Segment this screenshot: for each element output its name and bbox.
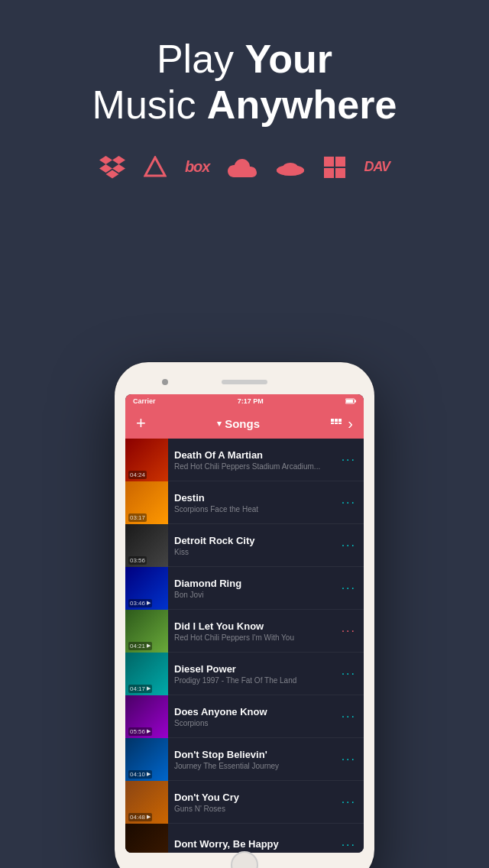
song-duration: 05:56 ▶ bbox=[128, 727, 152, 736]
song-more-button[interactable]: ··· bbox=[342, 838, 356, 852]
ufo-drive-icon[interactable] bbox=[275, 158, 306, 177]
song-thumb: 04:10 ▶ bbox=[125, 738, 168, 781]
svg-rect-16 bbox=[338, 423, 342, 424]
song-item[interactable]: 03:46 ▶ Diamond Ring Bon Jovi ··· bbox=[125, 567, 364, 610]
song-info: Death Of A Martian Red Hot Chili Peppers… bbox=[168, 449, 342, 471]
song-more-button[interactable]: ··· bbox=[342, 496, 356, 510]
svg-rect-13 bbox=[338, 419, 342, 422]
song-thumb-bg: 04:24 bbox=[125, 439, 168, 481]
song-thumb: 03:22 ▶ bbox=[125, 824, 168, 853]
phone-speaker bbox=[222, 380, 267, 384]
svg-rect-6 bbox=[324, 168, 334, 178]
song-info: Does Anyone Know Scorpions bbox=[168, 706, 342, 727]
nav-chevron[interactable]: ▾ bbox=[217, 419, 222, 429]
home-button[interactable] bbox=[231, 851, 258, 868]
svg-rect-15 bbox=[335, 423, 338, 424]
song-info: Destin Scorpions Face the Heat bbox=[168, 492, 342, 513]
song-more-button[interactable]: ··· bbox=[342, 753, 356, 766]
song-duration: 03:46 ▶ bbox=[128, 599, 152, 607]
song-title: Diesel Power bbox=[174, 663, 335, 675]
song-list: 04:24 Death Of A Martian Red Hot Chili P… bbox=[125, 439, 364, 853]
hero-line1-bold: Your bbox=[245, 37, 333, 81]
song-title: Destin bbox=[174, 492, 335, 504]
song-item[interactable]: 03:17 Destin Scorpions Face the Heat ··· bbox=[125, 481, 364, 524]
nav-bar: + ▾ Songs › bbox=[125, 408, 364, 439]
song-more-button[interactable]: ··· bbox=[342, 710, 356, 724]
song-thumb-bg: 04:48 ▶ bbox=[125, 781, 168, 824]
svg-rect-14 bbox=[331, 423, 334, 424]
dropbox-icon[interactable] bbox=[99, 156, 125, 179]
bars-icon[interactable] bbox=[331, 419, 343, 428]
song-thumb: 03:46 ▶ bbox=[125, 567, 168, 610]
song-title: Don't Stop Believin' bbox=[174, 749, 335, 760]
hero-line2-normal: Music bbox=[92, 83, 207, 127]
song-duration: 03:56 bbox=[128, 556, 147, 565]
svg-rect-12 bbox=[335, 419, 338, 422]
song-more-button[interactable]: ··· bbox=[342, 539, 356, 552]
song-duration: 03:17 bbox=[128, 513, 147, 522]
svg-rect-10 bbox=[346, 400, 353, 403]
phone-mockup: Carrier 7:17 PM + ▾ Songs › bbox=[115, 362, 374, 868]
song-item[interactable]: 03:56 Detroit Rock City Kiss ··· bbox=[125, 524, 364, 567]
song-item[interactable]: 05:56 ▶ Does Anyone Know Scorpions ··· bbox=[125, 695, 364, 738]
nav-title: ▾ Songs bbox=[217, 417, 260, 430]
song-thumb: 04:24 bbox=[125, 439, 168, 481]
song-artist: Scorpions bbox=[174, 719, 335, 727]
hero-line2-bold: Anywhere bbox=[207, 83, 397, 127]
song-item[interactable]: 04:10 ▶ Don't Stop Believin' Journey The… bbox=[125, 738, 364, 781]
song-duration: 04:21 ▶ bbox=[128, 642, 152, 650]
song-thumb-bg: 04:17 ▶ bbox=[125, 653, 168, 695]
svg-rect-5 bbox=[335, 157, 345, 167]
dav-icon[interactable]: DAV bbox=[364, 159, 390, 175]
song-duration: 04:24 bbox=[128, 471, 147, 479]
song-info: Diamond Ring Bon Jovi bbox=[168, 578, 342, 599]
song-thumb: 03:56 bbox=[125, 524, 168, 567]
song-thumb-bg: 04:21 ▶ bbox=[125, 610, 168, 653]
song-title: Diamond Ring bbox=[174, 578, 335, 589]
song-title: Don't You Cry bbox=[174, 792, 335, 803]
song-title: Dont Worry, Be Happy bbox=[174, 838, 335, 850]
song-item[interactable]: 04:48 ▶ Don't You Cry Guns N' Roses ··· bbox=[125, 781, 364, 824]
song-thumb: 04:17 ▶ bbox=[125, 653, 168, 695]
song-more-button[interactable]: ··· bbox=[342, 453, 356, 467]
svg-rect-9 bbox=[355, 400, 356, 403]
song-thumb: 05:56 ▶ bbox=[125, 695, 168, 738]
song-info: Don't You Cry Guns N' Roses bbox=[168, 792, 342, 813]
song-more-button[interactable]: ··· bbox=[342, 581, 356, 595]
google-drive-icon[interactable] bbox=[144, 156, 167, 179]
add-button[interactable]: + bbox=[136, 415, 146, 432]
song-info: Diesel Power Prodigy 1997 - The Fat Of T… bbox=[168, 663, 342, 685]
hero-section: Play Your Music Anywhere bbox=[0, 0, 489, 128]
hero-line2: Music Anywhere bbox=[0, 83, 489, 128]
hero-line1-normal: Play bbox=[157, 37, 245, 81]
song-item[interactable]: 04:21 ▶ Did I Let You Know Red Hot Chili… bbox=[125, 610, 364, 653]
song-title: Detroit Rock City bbox=[174, 535, 335, 546]
song-thumb: 03:17 bbox=[125, 481, 168, 524]
song-more-button[interactable]: ··· bbox=[342, 795, 356, 809]
windows-icon[interactable] bbox=[324, 157, 345, 178]
nav-forward-button[interactable]: › bbox=[348, 416, 353, 431]
song-artist: Kiss bbox=[174, 548, 335, 556]
svg-marker-0 bbox=[145, 157, 165, 176]
svg-rect-4 bbox=[324, 157, 334, 167]
service-icons-row: box DAV bbox=[0, 156, 489, 179]
song-thumb-bg: 03:56 bbox=[125, 524, 168, 567]
svg-point-3 bbox=[277, 165, 304, 176]
phone-camera bbox=[162, 379, 168, 385]
phone-body: Carrier 7:17 PM + ▾ Songs › bbox=[115, 362, 374, 868]
song-artist: Red Hot Chili Peppers I'm With You bbox=[174, 633, 335, 642]
cloud-icon[interactable] bbox=[228, 157, 257, 177]
svg-rect-11 bbox=[331, 419, 334, 422]
song-item[interactable]: 04:24 Death Of A Martian Red Hot Chili P… bbox=[125, 439, 364, 481]
song-more-button[interactable]: ··· bbox=[342, 624, 356, 638]
box-icon[interactable]: box bbox=[185, 158, 210, 176]
song-artist: Guns N' Roses bbox=[174, 805, 335, 813]
song-title: Does Anyone Know bbox=[174, 706, 335, 717]
nav-right-controls: › bbox=[331, 416, 353, 431]
song-thumb-bg: 03:46 ▶ bbox=[125, 567, 168, 610]
svg-rect-7 bbox=[335, 168, 345, 178]
song-duration: 04:48 ▶ bbox=[128, 813, 152, 821]
song-item[interactable]: 04:17 ▶ Diesel Power Prodigy 1997 - The … bbox=[125, 653, 364, 695]
song-item[interactable]: 03:22 ▶ Dont Worry, Be Happy ··· bbox=[125, 824, 364, 853]
song-more-button[interactable]: ··· bbox=[342, 667, 356, 681]
